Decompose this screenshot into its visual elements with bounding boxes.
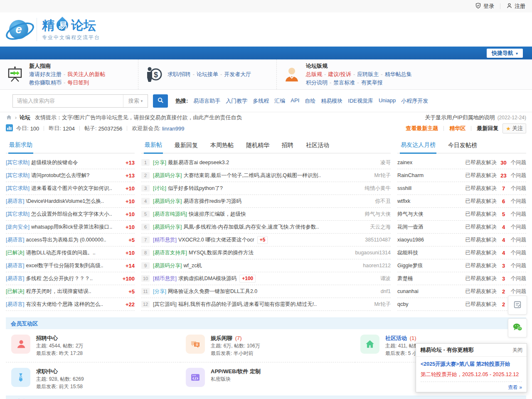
tab-posts-1[interactable]: 最新回复 (174, 142, 199, 153)
post-tag[interactable]: [分享] (153, 288, 166, 295)
post-tag[interactable]: [已解决] (6, 288, 24, 295)
info-link[interactable]: 总版规 (306, 71, 322, 77)
rank-user-link[interactable]: cunanhai (397, 288, 466, 294)
post-list-item[interactable]: 3[讨论]似乎好多转战python了?纯情小黄牛 (141, 182, 391, 195)
post-list-item[interactable]: 6[易源码分享]凤凰-多线程池-内存加载版,内存安全,速度飞快.方便传参数..天… (141, 221, 391, 234)
quick-nav-button[interactable]: 快捷导航 ▾ (487, 49, 523, 58)
post-author-link[interactable]: 纯情小黄牛 (361, 185, 391, 192)
post-title-link[interactable]: whatsapp用tk和ck登录算法和接口.. (31, 224, 122, 231)
tab-posts-0[interactable]: 最新帖 (144, 141, 163, 154)
hot-search-term[interactable]: 易语言助手 (193, 97, 220, 105)
post-tag[interactable]: [易语言] (6, 236, 24, 244)
help-list-item[interactable]: [易语言]\Device\HarddiskVolume1怎么换..+10 (6, 195, 135, 208)
hot-search-term[interactable]: 小程序开发 (401, 97, 428, 105)
home-icon[interactable] (6, 114, 12, 121)
forum-block-custom-dev[interactable]: APP/WEB/软件 定制 私密版块 (180, 362, 355, 395)
post-title-link[interactable]: 请教DLL动态库传值的问题。.. (26, 249, 122, 256)
ip-notice-link[interactable]: 关于显示用户IP归属地的说明 (425, 114, 495, 121)
post-tag[interactable]: [其它求助] (6, 211, 30, 218)
rank-user-link[interactable]: wtflxk (397, 198, 466, 204)
info-link[interactable]: 应聘版主 (357, 71, 379, 77)
post-author-link[interactable]: dnf1 (377, 288, 391, 294)
post-tag[interactable]: [易源码分享] (153, 262, 182, 269)
info-link[interactable]: 禁言标准 (333, 79, 355, 86)
forum-block-chat[interactable]: 娱乐闲聊 (7) 主题: 6万, 帖数: 106万 最后发表: 半小时前 (180, 329, 355, 362)
post-tag[interactable]: [易语言支持库] (153, 249, 187, 256)
post-author-link[interactable]: 凌哥 (376, 159, 391, 166)
post-author-link[interactable]: haoren1212 (359, 263, 391, 268)
post-author-link[interactable]: 你不丑 (371, 198, 391, 205)
post-tag[interactable]: [精币悬赏] (153, 236, 177, 244)
info-link[interactable]: 教你赚取精币 (29, 79, 62, 86)
post-title-link[interactable]: 多线程 怎么分开执行？？？.. (26, 275, 119, 282)
popup-close-button[interactable]: 关闭 (512, 347, 522, 354)
post-title-link[interactable]: 福利,我所有作品的轮子源码,进来看可能有你需要的,错过无!.. (178, 301, 317, 308)
hot-search-term[interactable]: 精易模块 (321, 97, 342, 105)
post-title-link[interactable]: VXOCR2.0 哪位大佬还要这个ocr (178, 236, 254, 244)
post-tag[interactable]: [易源码分享] (153, 198, 182, 205)
post-tag[interactable]: [分享] (153, 159, 166, 166)
post-tag[interactable]: [其它求助] (6, 185, 30, 192)
tab-posts-5[interactable]: 社区活动 (305, 142, 330, 153)
post-title-link[interactable]: 最新易语言ai deepseek3.2 (168, 159, 229, 166)
rank-user-link[interactable]: 惢能科技 (397, 249, 466, 256)
rank-user-link[interactable]: xiaoyu1986 (397, 237, 466, 243)
rank-user-link[interactable]: 帅气与大侠 (397, 211, 466, 218)
post-author-link[interactable]: 385110487 (361, 237, 391, 243)
post-tag[interactable]: [易语言纯源码] (153, 211, 187, 218)
popup-view-link[interactable]: 查看 » (508, 384, 522, 390)
forum-block-recruit[interactable]: 招聘中心 主题: 4544, 帖数: 2万 最后发表: 昨天 17:28 (6, 329, 180, 362)
login-button[interactable]: 登录 (475, 2, 494, 10)
post-author-link[interactable]: 天云之海 (366, 224, 391, 231)
post-title-link[interactable]: 求购虚拟机DMA模块源码 (178, 275, 236, 282)
tab-rank-0[interactable]: 易友达人月榜 (400, 141, 436, 154)
search-type-select[interactable]: 搜索 ▾ (123, 95, 148, 107)
help-list-item[interactable]: [已解决]请教DLL动态库传值的问题。..+10 (6, 246, 135, 259)
stats-link[interactable]: 查看最新主题 (406, 125, 438, 132)
info-link[interactable]: 我关注人的新帖 (67, 71, 105, 77)
post-tag[interactable]: [讨论] (153, 185, 166, 192)
rank-user-link[interactable]: 萧楚楠 (397, 275, 466, 282)
member-section-title[interactable]: 会员互动区 (6, 318, 526, 329)
post-list-item[interactable]: 9[易源码分享]wf_zc机haoren1212 (141, 259, 391, 272)
post-title-link[interactable]: excel数字千位分隔符复制到高级.. (26, 262, 122, 269)
help-list-item[interactable]: [其它求助]进来看看这个图片中的文字如何识..+10 (6, 182, 135, 195)
post-tag[interactable]: [易源码分享] (153, 172, 182, 179)
post-list-item[interactable]: 7[精币悬赏]VXOCR2.0 哪位大佬还要这个ocr+5385110487 (141, 234, 391, 246)
rank-user-link[interactable]: qcby (397, 301, 466, 307)
signin-float-button[interactable] (508, 296, 527, 315)
post-tag[interactable]: [易语言] (6, 301, 24, 308)
new-member-link[interactable]: linran999 (162, 126, 185, 132)
post-title-link[interactable]: 有没有大佬给个思路 这样的怎么.. (26, 301, 122, 308)
info-link[interactable]: 有奖举报 (361, 79, 383, 86)
site-logo[interactable]: e 精 易 论坛 专业中文编程交流平台 (6, 17, 100, 42)
forum-block-jobseek[interactable]: 求职中心 主题: 928, 帖数: 6269 最后发表: 前天 15:58 (6, 362, 180, 395)
search-button[interactable] (153, 94, 168, 108)
rank-user-link[interactable]: ssshill (397, 185, 466, 191)
post-tag[interactable]: [易语言] (6, 198, 24, 205)
rank-user-link[interactable]: zainex (397, 160, 466, 165)
info-link[interactable]: 论坛接单 (197, 71, 218, 77)
post-title-link[interactable]: 程序关闭时，出现弹窗错误.. (26, 288, 125, 295)
post-author-link[interactable]: bugaosuni1314 (351, 250, 391, 256)
post-author-link[interactable]: 帅气与大侠 (361, 211, 391, 218)
post-title-link[interactable]: 快速排序汇编版，超级快 (189, 211, 246, 218)
help-list-item[interactable]: [其它求助]怎么设置外部组合框文字字体大小..+10 (6, 208, 135, 221)
rank-user-link[interactable]: Giggle梦痕 (397, 262, 466, 269)
post-tag[interactable]: [精币悬赏] (153, 275, 177, 282)
post-list-item[interactable]: 4[易源码分享]易语言操作redis学习源码你不丑 (141, 195, 391, 208)
post-title-link[interactable]: 大赛结束前,最后一个轮子,二维码,高速识别,Q截图一样识别.. (183, 172, 321, 179)
tab-posts-3[interactable]: 随机精华 (245, 142, 270, 153)
hot-search-term[interactable]: 自绘 (305, 97, 315, 105)
post-tag[interactable]: [其它源码] (153, 301, 177, 308)
post-title-link[interactable]: wf_zc机 (183, 262, 202, 269)
post-title-link[interactable]: MYSQL数据库类的操作方法 (189, 249, 254, 256)
info-link[interactable]: 精华帖总集 (385, 71, 412, 77)
post-list-item[interactable]: 1[分享]最新易语言ai deepseek3.2凌哥 (141, 156, 391, 169)
help-list-item[interactable]: [易语言]access导出为表格后为 (0.000000..+5 (6, 234, 135, 246)
info-link[interactable]: 开发者大厅 (224, 71, 251, 77)
post-list-item[interactable]: 8[易语言支持库]MYSQL数据库类的操作方法bugaosuni1314 (141, 246, 391, 259)
follow-button[interactable]: ★关注 (502, 123, 526, 133)
post-title-link[interactable]: 怎么设置外部组合框文字字体大小.. (31, 211, 122, 218)
post-title-link[interactable]: access导出为表格后为 (0.000000.. (26, 236, 125, 244)
